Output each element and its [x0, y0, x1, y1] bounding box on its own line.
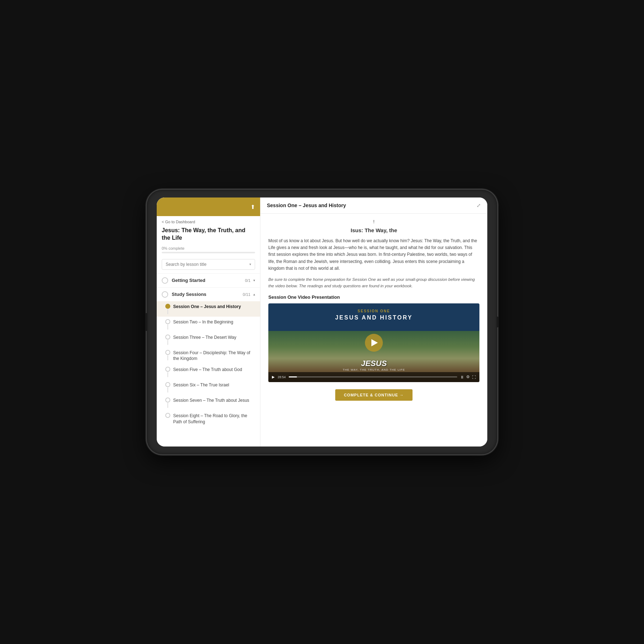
course-title: Jesus: The Way, the Truth, and the Life — [157, 225, 260, 245]
exclamation-mark: ! — [268, 219, 479, 224]
lesson-connector-line — [167, 403, 168, 408]
content-header-title: Session One – Jesus and History — [267, 203, 346, 208]
progress-label: 0% complete — [162, 246, 255, 250]
list-item[interactable]: Session Six – The True Israel — [157, 380, 260, 395]
fullscreen-icon[interactable]: ⛶ — [472, 375, 476, 379]
lesson-title: Session Five – The Truth about God — [173, 367, 255, 373]
main-content: Session One – Jesus and History ⤢ ! Isus… — [260, 197, 487, 447]
section-circle — [162, 291, 168, 298]
section-title: Study Sessions — [172, 292, 243, 297]
lesson-dot — [165, 413, 170, 418]
lesson-dot — [165, 304, 170, 309]
section-count: 0/1 — [245, 278, 250, 283]
video-progress-bar[interactable] — [289, 376, 457, 377]
list-item[interactable]: Session One – Jesus and History — [157, 301, 260, 317]
lesson-dot — [165, 350, 170, 355]
lesson-indicator — [165, 335, 170, 345]
chevron-down-icon: ▾ — [253, 278, 255, 282]
video-bottom-subtitle: THE WAY, THE TRUTH, AND THE LIFE — [274, 368, 474, 371]
lesson-title: Session One – Jesus and History — [173, 304, 255, 310]
video-bottom-area: JESUS THE WAY, THE TRUTH, AND THE LIFE — [268, 359, 479, 371]
settings-icon[interactable]: ⚙ — [466, 375, 470, 379]
content-subtitle: Isus: The Way, the — [268, 227, 479, 233]
list-item[interactable]: Session Seven – The Truth about Jesus — [157, 395, 260, 410]
lesson-dot — [165, 382, 170, 387]
lesson-connector-line — [167, 372, 168, 377]
tablet-side-button[interactable] — [145, 313, 147, 331]
lesson-dot — [165, 397, 170, 402]
lesson-title: Session Four – Discipleship: The Way of … — [173, 350, 255, 362]
lesson-connector-line — [167, 340, 168, 345]
video-player[interactable]: SESSION ONE JESUS AND HISTORY JESUS THE … — [268, 303, 479, 382]
lesson-list: Session One – Jesus and History Session … — [157, 301, 260, 428]
content-header: Session One – Jesus and History ⤢ — [260, 197, 487, 214]
list-item[interactable]: Session Three – The Desert Way — [157, 332, 260, 347]
list-item[interactable]: Session Four – Discipleship: The Way of … — [157, 347, 260, 365]
lesson-title: Session Two – In the Beginning — [173, 319, 255, 325]
list-item[interactable]: Session Five – The Truth about God — [157, 364, 260, 380]
lesson-connector-line — [167, 309, 168, 314]
search-section: ▾ — [157, 255, 260, 273]
chevron-down-icon: ▾ — [249, 262, 251, 266]
lesson-title: Session Eight – The Road to Glory, the P… — [173, 413, 255, 425]
video-play-icon[interactable]: ▶ — [272, 375, 275, 379]
lesson-dot — [165, 319, 170, 324]
video-session-title: JESUS AND HISTORY — [274, 314, 474, 321]
expand-icon[interactable]: ⤢ — [477, 203, 481, 208]
video-controls: ▶ 28:54 ⏸ ⚙ ⛶ — [268, 372, 479, 382]
content-italic-text: Be sure to complete the home preparation… — [268, 276, 479, 289]
video-timestamp: 28:54 — [278, 375, 286, 379]
lesson-title: Session Three – The Desert Way — [173, 335, 255, 341]
section-title: Getting Started — [172, 278, 245, 283]
video-control-icons: ⏸ ⚙ ⛶ — [460, 375, 476, 379]
lesson-connector-line — [167, 355, 168, 360]
lesson-indicator — [165, 367, 170, 377]
lesson-connector-line — [167, 325, 168, 330]
search-box[interactable]: ▾ — [162, 259, 255, 270]
video-play-button[interactable] — [365, 334, 383, 352]
list-item[interactable]: Session Two – In the Beginning — [157, 317, 260, 332]
list-item[interactable]: Session Eight – The Road to Glory, the P… — [157, 410, 260, 428]
progress-section: 0% complete — [157, 245, 260, 255]
sidebar: ⬆ < Go to Dashboard Jesus: The Way, the … — [157, 197, 260, 447]
section-circle — [162, 277, 168, 284]
volume-icon[interactable]: ⏸ — [460, 375, 464, 379]
complete-and-continue-button[interactable]: COMPLETE & CONTINUE → — [335, 389, 413, 401]
lesson-indicator — [165, 413, 170, 418]
lesson-dot — [165, 335, 170, 340]
search-input[interactable] — [166, 262, 249, 267]
video-progress-fill — [289, 376, 297, 377]
lesson-connector-line — [167, 387, 168, 392]
tablet-device: ⬆ < Go to Dashboard Jesus: The Way, the … — [147, 190, 497, 454]
lesson-indicator — [165, 397, 170, 408]
section-getting-started[interactable]: Getting Started 0/1 ▾ — [157, 273, 260, 287]
video-session-label: SESSION ONE — [274, 309, 474, 313]
section-count: 0/11 — [243, 292, 250, 297]
complete-btn-wrap: COMPLETE & CONTINUE → — [268, 387, 479, 403]
lesson-indicator — [165, 304, 170, 314]
lesson-indicator — [165, 382, 170, 392]
tablet-screen: ⬆ < Go to Dashboard Jesus: The Way, the … — [157, 197, 487, 447]
lesson-indicator — [165, 319, 170, 330]
video-overlay-top: SESSION ONE JESUS AND HISTORY — [268, 303, 479, 327]
content-intro-text: Most of us know a lot about Jesus. But h… — [268, 238, 479, 272]
chevron-up-icon: ▴ — [253, 292, 255, 296]
progress-track — [162, 252, 255, 253]
lesson-title: Session Six – The True Israel — [173, 382, 255, 388]
lesson-indicator — [165, 350, 170, 360]
back-to-dashboard-link[interactable]: < Go to Dashboard — [157, 216, 260, 225]
lesson-title: Session Seven – The Truth about Jesus — [173, 397, 255, 404]
video-section-label: Session One Video Presentation — [268, 294, 479, 300]
lesson-dot — [165, 367, 170, 372]
share-icon[interactable]: ⬆ — [250, 204, 255, 210]
tablet-power-button[interactable] — [497, 317, 499, 327]
section-study-sessions[interactable]: Study Sessions 0/11 ▴ — [157, 287, 260, 301]
sidebar-sections: Getting Started 0/1 ▾ Study Sessions 0/1… — [157, 273, 260, 447]
content-body: ! Isus: The Way, the Most of us know a l… — [260, 214, 487, 447]
video-bottom-text: JESUS — [274, 359, 474, 368]
sidebar-header: ⬆ — [157, 197, 260, 216]
